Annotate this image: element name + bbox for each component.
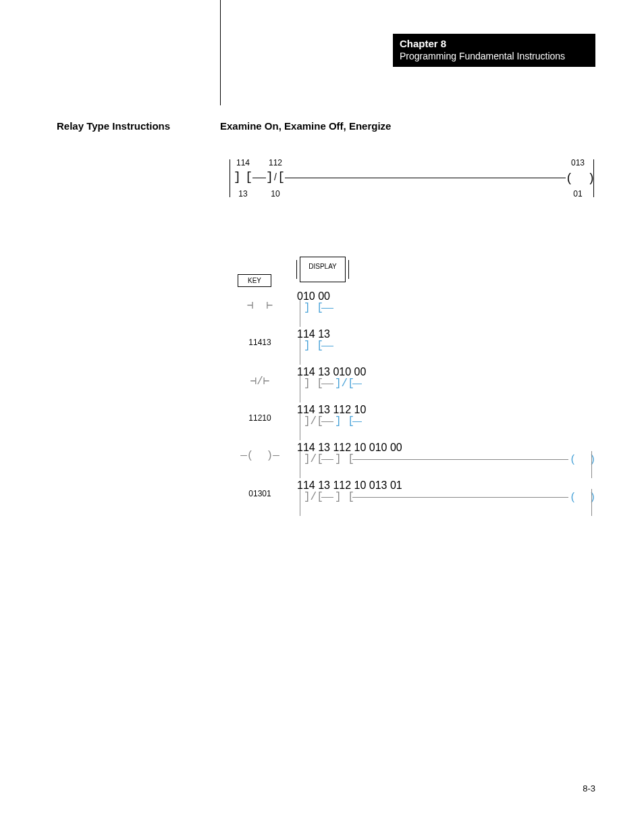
section-title: Relay Type Instructions bbox=[57, 120, 170, 132]
contact-address-top: 112 bbox=[266, 158, 285, 167]
addr-top: 112 bbox=[333, 404, 351, 415]
xio-icon: ]/[ bbox=[304, 417, 323, 425]
key-text: 01301 bbox=[230, 489, 290, 498]
contact-address-bot: 10 bbox=[266, 189, 285, 199]
mini-rail-right bbox=[591, 489, 592, 516]
coil-top: 013 bbox=[369, 479, 387, 491]
coil-top: 010 bbox=[369, 442, 387, 453]
mini-wire bbox=[352, 421, 362, 422]
table-row: ⊣/⊢ 114 ] [ 13 010 ]/[ 00 bbox=[230, 366, 594, 401]
xic-icon: ] [ bbox=[304, 380, 323, 388]
display-cell: 114 ]/[ 13 112 ] [ 10 013 ( ) 01 bbox=[297, 479, 594, 515]
display-cell: 114 ] [ 13 010 ]/[ 00 bbox=[297, 366, 594, 401]
mini-wire bbox=[321, 384, 333, 384]
key-cell: —( )— bbox=[230, 442, 290, 477]
table-row: 01301 114 ]/[ 13 112 ] [ 10 013 ( ) 01 bbox=[230, 479, 594, 515]
addr-top: 112 bbox=[333, 442, 351, 453]
table-row: ⊣ ⊢ 010 ] [ 00 bbox=[230, 290, 594, 325]
wire bbox=[252, 178, 266, 178]
coil-013-01: 013 ( ) 01 bbox=[566, 165, 590, 192]
xic-icon: ] [ bbox=[335, 417, 354, 425]
mini-wire bbox=[321, 308, 333, 309]
contact-address-bot: 13 bbox=[234, 189, 252, 199]
coil-address-bot: 01 bbox=[562, 189, 594, 199]
key-cell: 11210 bbox=[230, 404, 290, 439]
mini-wire bbox=[352, 497, 568, 498]
key-header: KEY bbox=[238, 274, 271, 287]
addr-bot: 00 bbox=[318, 290, 330, 302]
coil-bot: 00 bbox=[390, 442, 402, 453]
ladder-rung-main: 114 ][ 13 112 ]/[ 10 013 ( ) 01 bbox=[230, 159, 594, 197]
xio-icon: ]/[ bbox=[266, 173, 285, 184]
key-text: 11413 bbox=[230, 338, 290, 347]
contact-address-top: 114 bbox=[234, 158, 252, 167]
table-row: —( )— 114 ]/[ 13 112 ] [ 10 010 ( ) 00 bbox=[230, 442, 594, 477]
subsection-title: Examine On, Examine Off, Energize bbox=[220, 120, 391, 132]
mini-wire bbox=[321, 421, 333, 422]
addr-bot: 10 bbox=[354, 404, 367, 415]
table-row: 11210 114 ]/[ 13 112 ] [ 10 bbox=[230, 404, 594, 439]
key-cell: ⊣ ⊢ bbox=[230, 290, 290, 325]
mini-rail bbox=[300, 300, 300, 327]
page-number: 8-3 bbox=[583, 783, 595, 793]
mini-rail bbox=[300, 375, 300, 402]
key-cell: 11413 bbox=[230, 328, 290, 363]
key-text: 11210 bbox=[230, 413, 290, 423]
addr-bot: 10 bbox=[354, 442, 367, 453]
key-cell: ⊣/⊢ bbox=[230, 366, 290, 401]
display-cell: 010 ] [ 00 bbox=[297, 290, 594, 325]
mini-wire bbox=[321, 497, 333, 498]
mini-rail bbox=[300, 413, 300, 440]
left-power-rail bbox=[230, 159, 230, 197]
xic-icon: ] [ bbox=[304, 304, 323, 312]
addr-bot: 13 bbox=[318, 442, 330, 453]
chapter-header: Chapter 8 Programming Fundamental Instru… bbox=[393, 34, 595, 67]
top-vertical-rule bbox=[220, 0, 221, 105]
xio-icon: ]/[ bbox=[304, 493, 323, 501]
coil-bot: 01 bbox=[390, 479, 402, 491]
addr-bot: 13 bbox=[318, 328, 330, 340]
mini-rail bbox=[300, 489, 300, 516]
mini-rail bbox=[300, 451, 300, 478]
display-cell: 114 ]/[ 13 112 ] [ 10 010 ( ) 00 bbox=[297, 442, 594, 477]
mini-rail bbox=[300, 338, 300, 365]
wire bbox=[285, 178, 566, 178]
display-cell: 114 ]/[ 13 112 ] [ 10 bbox=[297, 404, 594, 439]
chapter-subtitle: Programming Fundamental Instructions bbox=[400, 51, 589, 61]
addr-bot: 13 bbox=[318, 404, 330, 415]
display-header: DISPLAY bbox=[300, 257, 346, 282]
table-row: 11413 114 ] [ 13 bbox=[230, 328, 594, 363]
xio-icon: ]/[ bbox=[304, 455, 323, 463]
xic-icon: ] [ bbox=[304, 342, 323, 350]
coil-icon: ( ) bbox=[566, 173, 590, 184]
contact-xio-112-10: 112 ]/[ 10 bbox=[266, 165, 285, 192]
xio-icon: ]/[ bbox=[335, 380, 354, 388]
mini-wire bbox=[321, 346, 333, 346]
xio-key-icon: ⊣/⊢ bbox=[230, 374, 290, 388]
addr-top: 112 bbox=[333, 479, 351, 491]
mini-rail-right bbox=[591, 451, 592, 478]
xic-icon: ][ bbox=[234, 173, 252, 184]
addr-bot: 00 bbox=[354, 366, 367, 377]
mini-wire bbox=[352, 459, 568, 460]
coil-address-top: 013 bbox=[562, 158, 594, 167]
chapter-title: Chapter 8 bbox=[400, 38, 589, 49]
xic-icon: ] [ bbox=[335, 455, 354, 463]
addr-top: 010 bbox=[333, 366, 351, 377]
addr-bot: 13 bbox=[318, 479, 330, 491]
coil-key-icon: —( )— bbox=[230, 450, 290, 462]
xic-key-icon: ⊣ ⊢ bbox=[230, 298, 290, 312]
mini-wire bbox=[352, 384, 362, 384]
contact-xic-114-13: 114 ][ 13 bbox=[234, 165, 252, 192]
addr-bot: 13 bbox=[318, 366, 330, 377]
xic-icon: ] [ bbox=[335, 493, 354, 501]
key-cell: 01301 bbox=[230, 479, 290, 515]
mini-wire bbox=[321, 459, 333, 460]
addr-bot: 10 bbox=[354, 479, 367, 491]
display-cell: 114 ] [ 13 bbox=[297, 328, 594, 363]
